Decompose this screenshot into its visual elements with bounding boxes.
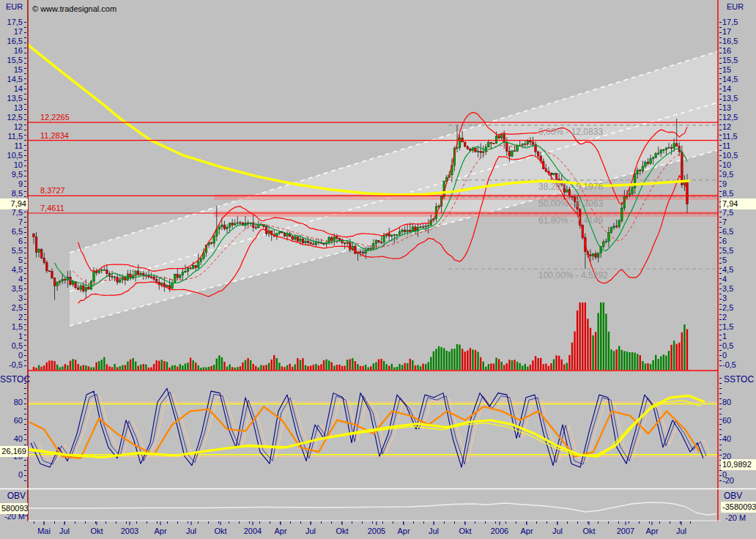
volume-bar (410, 359, 411, 370)
price-axis-label-left: 6 (0, 237, 23, 245)
time-axis-label-jul[interactable]: Jul (297, 527, 324, 535)
volume-bar (503, 365, 505, 370)
volume-bar (103, 357, 105, 370)
volume-bar (171, 365, 173, 370)
candle-body (119, 280, 121, 282)
time-axis-label-apr[interactable]: Apr (147, 527, 174, 535)
time-axis-label-apr[interactable]: Apr (390, 527, 417, 535)
candle-body (550, 173, 552, 174)
volume-bar (341, 366, 343, 370)
candle-body (310, 242, 312, 243)
volume-bar (558, 356, 560, 370)
volume-bar (155, 360, 157, 370)
candle-body (72, 282, 74, 285)
time-axis-label-okt[interactable]: Okt (452, 527, 478, 535)
volume-bar (480, 357, 481, 370)
stoch-axis-label-right: 40 (722, 434, 731, 443)
time-axis-label-jul[interactable]: Jul (668, 527, 694, 535)
time-axis-label-okt[interactable]: Okt (207, 527, 234, 535)
stochastic-value-tag-left[interactable]: 26,169 (0, 446, 28, 457)
candle-body (670, 147, 672, 148)
obv-value-tag-right[interactable]: -3580093 (721, 502, 756, 513)
stochastic-panel (25, 388, 718, 467)
price-axis-label-left: 7 (0, 218, 23, 226)
volume-bar (566, 363, 568, 370)
candle-body (93, 272, 95, 281)
price-axis-label-left: 0,5 (0, 341, 23, 350)
price-axis-label-left: 17 (0, 27, 23, 36)
time-axis-label-jul[interactable]: Jul (51, 527, 78, 535)
time-axis-label-2006[interactable]: 2006 (486, 527, 513, 535)
candle-body (56, 282, 59, 286)
volume-bar (95, 363, 97, 370)
time-axis-label-apr[interactable]: Apr (267, 527, 294, 535)
obv-value-tag-left[interactable]: 580093 (0, 503, 28, 514)
volume-bar (38, 365, 40, 370)
volume-bar (143, 364, 144, 370)
time-axis-label-2003[interactable]: 2003 (116, 527, 143, 535)
volume-bar (555, 355, 557, 370)
candle-body (467, 146, 469, 149)
time-axis-label-apr[interactable]: Apr (639, 527, 665, 535)
volume-bar (532, 360, 533, 370)
volume-bar (119, 366, 121, 370)
price-axis-label-right: 10,5 (722, 151, 738, 160)
volume-bar (605, 313, 607, 370)
candle-body (135, 271, 137, 275)
time-axis-label-okt[interactable]: Okt (576, 527, 602, 535)
volume-bar (608, 332, 609, 370)
volume-bar (663, 354, 664, 370)
time-axis-label-2004[interactable]: 2004 (240, 527, 266, 535)
volume-bar (145, 365, 147, 370)
volume-bar (242, 363, 243, 370)
candle-body (647, 163, 649, 163)
volume-bar (229, 365, 230, 370)
time-axis-label-apr[interactable]: Apr (514, 527, 540, 535)
time-axis-label-2007[interactable]: 2007 (612, 527, 639, 535)
time-axis-label-okt[interactable]: Okt (84, 527, 110, 535)
volume-bar (294, 364, 296, 370)
candle-body (631, 187, 634, 193)
time-axis-label-jul[interactable]: Jul (420, 527, 447, 535)
volume-bar (475, 350, 476, 370)
volume-bar (514, 360, 515, 370)
time-axis-minor-ticks[interactable] (34, 521, 693, 524)
time-axis-label-2005[interactable]: 2005 (363, 527, 390, 535)
candle-body (459, 138, 461, 147)
candle-body (59, 281, 61, 282)
volume-bar (300, 360, 301, 370)
candle-body (294, 237, 297, 239)
last-price-tag-right[interactable]: 7,94 (721, 198, 756, 209)
stochastic-axis-ticks-left[interactable] (24, 378, 26, 485)
volume-bar (626, 352, 628, 370)
candle-body (200, 259, 202, 261)
volume-bar (550, 363, 552, 370)
volume-bar (673, 341, 675, 370)
volume-bar (70, 361, 71, 370)
volume-bar (284, 367, 285, 370)
price-axis-ticks-left[interactable] (24, 22, 26, 366)
candle-body (192, 266, 194, 269)
main-panel (28, 45, 718, 370)
volume-bar (64, 364, 66, 370)
time-axis-label-jul[interactable]: Jul (544, 527, 571, 535)
price-axis-ticks-right[interactable] (719, 22, 722, 366)
stoch-axis-label-left: 80 (0, 398, 23, 406)
time-axis-label-jul[interactable]: Jul (178, 527, 204, 535)
time-axis-label-okt[interactable]: Okt (329, 527, 355, 535)
candle-body (338, 239, 341, 240)
stoch-axis-label-right: 60 (722, 416, 731, 425)
candle-body (85, 287, 87, 291)
volume-bar (255, 366, 256, 370)
volume-bar (477, 352, 478, 370)
volume-bar (440, 347, 442, 370)
candle-body (46, 262, 48, 270)
price-axis-label-left: 14 (0, 84, 23, 93)
volume-bar (297, 358, 298, 370)
stochastic-value-tag-right[interactable]: 10,9892 (721, 459, 756, 470)
volume-bar (568, 355, 570, 370)
last-price-tag-left[interactable]: 7,94 (0, 198, 28, 209)
volume-bar (72, 359, 73, 370)
volume-bar (508, 360, 510, 370)
price-axis-label-right: 15,5 (722, 56, 738, 64)
